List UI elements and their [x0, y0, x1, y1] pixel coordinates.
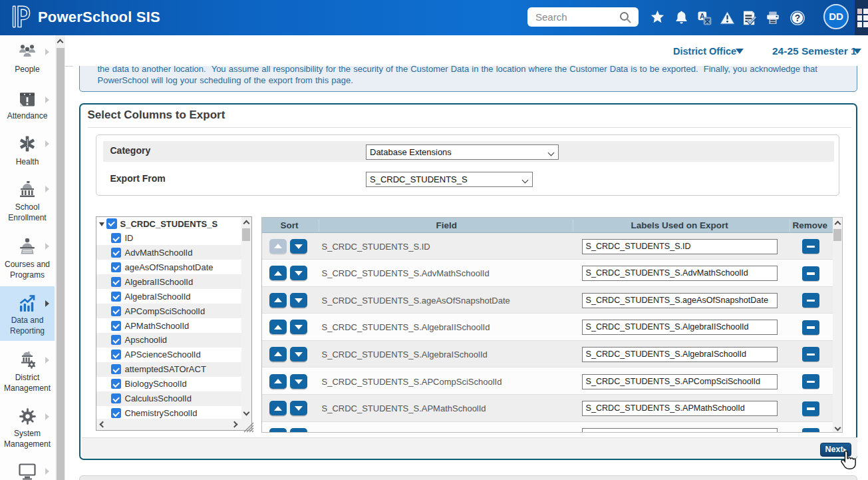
- svg-text:?: ?: [795, 13, 800, 23]
